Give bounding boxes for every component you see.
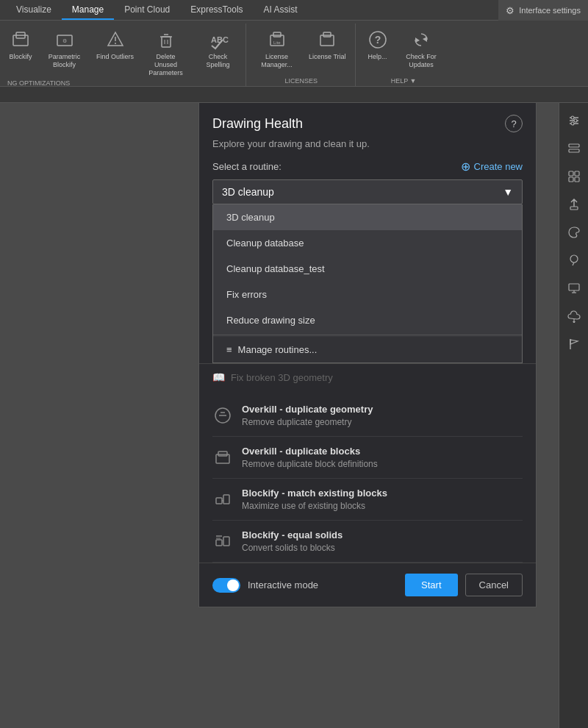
svg-rect-53 xyxy=(569,177,573,182)
nav-bar: Visualize Manage Point Cloud ExpressTool… xyxy=(0,0,588,21)
svg-text:Lite: Lite xyxy=(273,40,281,45)
routine-dropdown: 3D cleanup ▼ 3D cleanup Cleanup database… xyxy=(212,179,523,363)
svg-text:⚙: ⚙ xyxy=(62,38,67,43)
svg-rect-52 xyxy=(575,171,579,176)
svg-rect-55 xyxy=(570,207,578,210)
nav-tab-visualize[interactable]: Visualize xyxy=(6,0,62,20)
broken-3d-icon: 📖 xyxy=(212,371,225,383)
chevron-down-icon: ▼ xyxy=(503,186,513,198)
find-outliers-button[interactable]: Find Outliers xyxy=(92,26,138,64)
sidebar-icon-palette[interactable] xyxy=(562,221,586,244)
license-trial-button[interactable]: License Trial xyxy=(304,26,351,64)
help-group: ? Help... Check For Updates xyxy=(362,24,446,77)
delete-unused-params-icon xyxy=(156,29,176,50)
svg-point-48 xyxy=(571,122,574,125)
dropdown-item-reduce-size[interactable]: Reduce drawing size xyxy=(213,307,522,333)
license-manager-icon: Lite xyxy=(267,29,287,50)
check-spelling-button[interactable]: ABC Check Spelling xyxy=(193,26,243,72)
sidebar-icon-layers[interactable] xyxy=(562,137,586,160)
dropdown-item-fix-errors[interactable]: Fix errors xyxy=(213,282,522,307)
task-blockify-equal: Blockify - equal solids Convert solids t… xyxy=(212,521,523,563)
nav-tab-manage[interactable]: Manage xyxy=(62,0,114,20)
settings-sliders-icon: ⚙ xyxy=(506,5,514,16)
task-overkill-geometry: Overkill - duplicate geometry Remove dup… xyxy=(212,395,523,437)
panel-bottom-bar: Interactive mode Start Cancel xyxy=(199,563,536,607)
blockify-equal-icon xyxy=(212,531,233,552)
svg-rect-37 xyxy=(223,495,229,504)
check-spelling-label: Check Spelling xyxy=(198,53,238,69)
sidebar-icon-balloon[interactable] xyxy=(562,249,586,272)
nav-tab-point-cloud[interactable]: Point Cloud xyxy=(114,0,180,20)
help-section-label: HELP ▼ xyxy=(362,77,446,86)
optimizations-section-label: NG OPTIMIZATIONS xyxy=(4,79,243,88)
check-updates-label: Check For Updates xyxy=(401,53,442,69)
nav-tab-ai-assist[interactable]: AI Assist xyxy=(254,0,308,20)
check-spelling-icon: ABC xyxy=(208,29,229,50)
optimizations-group: Blockify ⚙ Parametric Blockify Find Outl… xyxy=(4,24,243,79)
find-outliers-label: Find Outliers xyxy=(96,53,134,61)
svg-rect-40 xyxy=(223,537,229,546)
help-label: Help... xyxy=(368,53,387,61)
blockify-button[interactable]: Blockify xyxy=(4,26,37,64)
routine-label: Select a routine: xyxy=(212,161,282,172)
start-button[interactable]: Start xyxy=(405,574,457,596)
svg-point-46 xyxy=(571,116,574,119)
routine-dropdown-button[interactable]: 3D cleanup ▼ xyxy=(212,179,523,204)
interactive-mode-toggle: Interactive mode xyxy=(212,578,318,593)
dropdown-item-cleanup-database[interactable]: Cleanup database xyxy=(213,230,522,256)
check-updates-button[interactable]: Check For Updates xyxy=(397,26,446,72)
sidebar-icon-cloud[interactable] xyxy=(562,304,586,328)
svg-rect-7 xyxy=(162,37,171,47)
dropdown-item-3d-cleanup[interactable]: 3D cleanup xyxy=(213,204,522,230)
action-buttons: Start Cancel xyxy=(405,574,523,596)
svg-rect-51 xyxy=(569,171,573,176)
license-manager-button[interactable]: Lite License Manager... xyxy=(252,26,301,72)
toggle-knob xyxy=(227,579,239,591)
blockify-label: Blockify xyxy=(9,53,32,61)
svg-rect-35 xyxy=(218,452,227,456)
cancel-button[interactable]: Cancel xyxy=(465,574,523,596)
parametric-blockify-label: Parametric Blockify xyxy=(44,53,85,69)
sidebar-icon-flag[interactable] xyxy=(562,332,586,356)
svg-point-56 xyxy=(570,255,578,263)
parametric-blockify-icon: ⚙ xyxy=(54,29,75,50)
delete-unused-params-button[interactable]: Delete Unused Parameters xyxy=(141,26,190,79)
main-area: • • • Drawing Health ? Explore your xyxy=(0,103,588,728)
task-blockify-match: Blockify - match existing blocks Maximiz… xyxy=(212,479,523,521)
svg-rect-39 xyxy=(216,540,222,546)
fix-broken-3d-item: 📖 Fix broken 3D geometry xyxy=(199,363,536,390)
svg-marker-21 xyxy=(415,38,420,43)
ribbon-section-bar xyxy=(0,87,588,103)
svg-text:?: ? xyxy=(374,34,381,46)
dropdown-item-cleanup-database-test[interactable]: Cleanup database_test xyxy=(213,256,522,282)
licenses-section-label: LICENSES xyxy=(252,77,351,86)
svg-marker-61 xyxy=(573,321,576,323)
drawing-health-panel: Drawing Health ? Explore your drawing an… xyxy=(198,103,537,607)
list-icon: ≡ xyxy=(226,344,232,355)
svg-rect-49 xyxy=(569,144,579,147)
panel-help-button[interactable]: ? xyxy=(505,115,523,132)
routine-row: Select a routine: ⊕ Create new xyxy=(199,160,536,179)
nav-tab-expresstools[interactable]: ExpressTools xyxy=(180,0,253,20)
svg-rect-14 xyxy=(273,32,281,37)
ribbon: Blockify ⚙ Parametric Blockify Find Outl… xyxy=(0,21,588,87)
sidebar-icon-grid[interactable] xyxy=(562,165,586,188)
create-new-button[interactable]: ⊕ Create new xyxy=(461,160,523,174)
license-trial-label: License Trial xyxy=(309,53,346,61)
right-sidebar xyxy=(559,103,588,728)
blockify-icon xyxy=(10,29,31,50)
overkill-geom-icon xyxy=(212,405,233,426)
interface-settings-button[interactable]: ⚙ Interface settings xyxy=(498,0,588,21)
sidebar-icon-clip[interactable] xyxy=(562,193,586,216)
delete-unused-params-label: Delete Unused Parameters xyxy=(146,53,186,76)
sidebar-icon-sliders[interactable] xyxy=(562,109,586,132)
task-overkill-blocks: Overkill - duplicate blocks Remove dupli… xyxy=(212,437,523,479)
dropdown-list: 3D cleanup Cleanup database Cleanup data… xyxy=(212,204,523,363)
find-outliers-icon xyxy=(105,29,126,50)
help-button[interactable]: ? Help... xyxy=(362,26,394,64)
parametric-blockify-button[interactable]: ⚙ Parametric Blockify xyxy=(40,26,89,72)
interactive-mode-switch[interactable] xyxy=(212,578,240,593)
sidebar-icon-monitor[interactable] xyxy=(562,276,586,300)
manage-routines-item[interactable]: ≡ Manage routines... xyxy=(213,337,522,363)
check-updates-icon xyxy=(411,29,431,50)
